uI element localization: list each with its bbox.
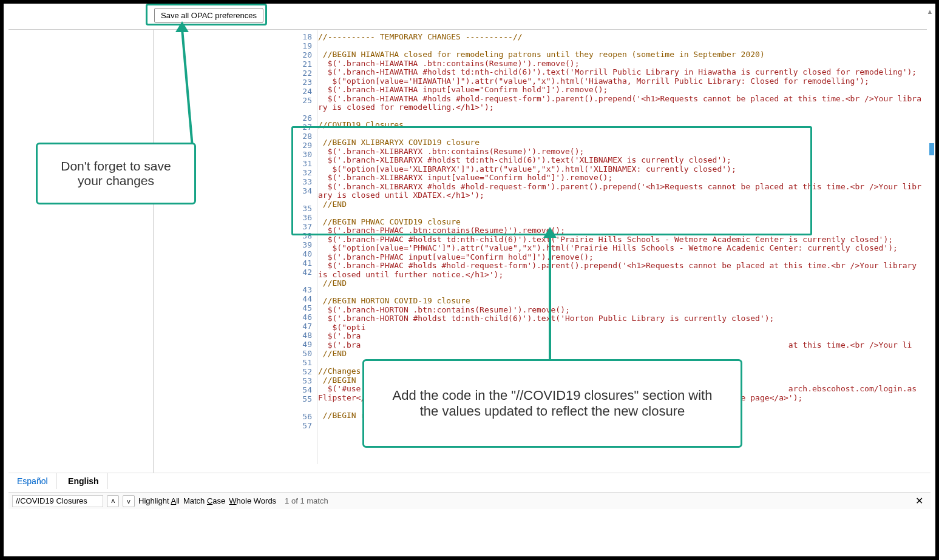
match-count: 1 of 1 match (285, 496, 328, 505)
callout-add-code: Add the code in the "//COVID19 closures"… (362, 359, 742, 448)
arrow-to-code-head (543, 227, 557, 238)
find-prev-button[interactable]: ʌ (107, 495, 119, 507)
scroll-up-icon[interactable]: ▲ (926, 7, 934, 16)
callout-save-changes: Don't forget to save your changes (36, 143, 196, 204)
language-tabs: Español English (8, 473, 931, 490)
scrollbar[interactable]: ▲ (926, 7, 934, 490)
match-case-toggle[interactable]: Match Case (183, 496, 225, 505)
find-bar: ʌ v Highlight All Match Case Whole Words… (8, 492, 931, 509)
arrow-to-save (181, 29, 194, 144)
gutter-border (317, 30, 317, 464)
tab-english[interactable]: English (59, 473, 108, 489)
sidebar-divider (153, 29, 154, 484)
find-next-button[interactable]: v (123, 495, 135, 507)
tab-espanol[interactable]: Español (8, 473, 57, 489)
scroll-search-mark (929, 143, 934, 155)
highlight-all-toggle[interactable]: Highlight All (138, 496, 180, 505)
whole-words-toggle[interactable]: Whole Words (229, 496, 276, 505)
find-input[interactable] (12, 495, 103, 507)
save-all-opac-button[interactable]: Save all OPAC preferences (154, 8, 263, 23)
arrow-to-code (549, 235, 551, 360)
line-number-gutter: 1819202122232425262728293031323334353637… (290, 33, 317, 464)
arrow-to-save-head (175, 21, 189, 32)
divider (8, 29, 927, 30)
close-find-icon[interactable]: ✕ (912, 495, 927, 507)
